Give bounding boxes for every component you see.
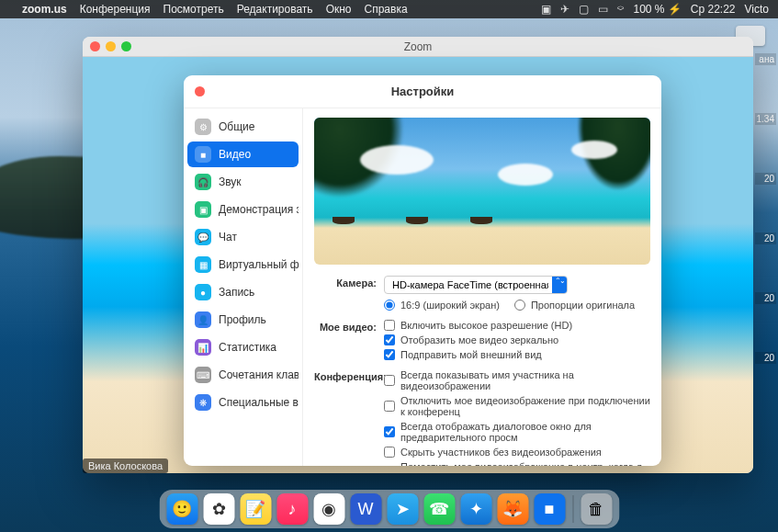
dock-trash[interactable]: 🗑 (581, 493, 612, 525)
menu-view[interactable]: Посмотреть (163, 3, 224, 16)
sidebar-item-0[interactable]: ⚙Общие (187, 114, 299, 140)
zoom-titlebar[interactable]: Zoom (83, 37, 753, 57)
zoom-title: Zoom (404, 40, 433, 53)
menubar-wifi-icon[interactable]: ⌔ (617, 3, 624, 16)
sidebar-icon: 📊 (195, 339, 211, 356)
sidebar-item-8[interactable]: 📊Статистика (187, 334, 299, 360)
menu-window[interactable]: Окно (326, 3, 352, 16)
menubar-user[interactable]: Victo (745, 3, 769, 16)
settings-title: Настройки (391, 85, 455, 98)
sidebar-item-5[interactable]: ▦Виртуальный фон (187, 252, 299, 277)
edge-overflow: ана 1.34 20 20 20 20 (753, 51, 778, 413)
dock-separator (572, 495, 573, 523)
dock-music[interactable]: ♪ (276, 493, 308, 525)
opt-spotlight-self[interactable]: Поместить мое видеоизображение в центр, … (384, 461, 650, 466)
dock-telegram[interactable]: ➤ (387, 493, 418, 525)
dock-word[interactable]: W (350, 493, 381, 525)
settings-window: Настройки ⚙Общие■Видео🎧Звук▣Демонстрация… (184, 75, 661, 466)
dock-whatsapp[interactable]: ☎ (423, 493, 455, 525)
fullscreen-icon[interactable] (121, 41, 131, 51)
sidebar-item-4[interactable]: 💬Чат (187, 224, 299, 250)
camera-preview (314, 118, 650, 265)
opt-disable-video-join[interactable]: Отключить мое видеоизображение при подкл… (384, 395, 650, 417)
macos-menubar: zoom.us Конференция Посмотреть Редактиро… (0, 0, 778, 18)
dock-chrome[interactable]: ◉ (313, 493, 344, 525)
participant-name-overlay: Вика Колоскова (83, 458, 168, 473)
sidebar-item-10[interactable]: ❋Специальные возм… (187, 390, 299, 415)
sidebar-item-label: Общие (219, 120, 254, 133)
sidebar-item-2[interactable]: 🎧Звук (187, 169, 299, 195)
menubar-battery[interactable]: 100 % ⚡ (633, 3, 681, 16)
opt-mirror[interactable]: Отобразить мое видео зеркально (384, 334, 650, 345)
menu-help[interactable]: Справка (365, 3, 408, 16)
settings-titlebar[interactable]: Настройки (184, 75, 661, 108)
settings-close-icon[interactable] (195, 86, 205, 96)
camera-label: Камера: (314, 276, 384, 289)
dock-finder[interactable]: 🙂 (166, 493, 197, 525)
opt-touchup[interactable]: Подправить мой внешний вид (384, 349, 650, 360)
camera-select[interactable]: HD-камера FaceTime (встроенная) (384, 276, 568, 294)
sidebar-item-6[interactable]: ●Запись (187, 279, 299, 305)
opt-hide-nonvideo[interactable]: Скрыть участников без видеоизображения (384, 447, 650, 458)
sidebar-item-label: Чат (219, 231, 237, 243)
sidebar-icon: ⚙ (195, 119, 211, 135)
aspect-16-9[interactable]: 16:9 (широкий экран) (384, 300, 500, 311)
opt-hd[interactable]: Включить высокое разрешение (HD) (384, 320, 650, 331)
sidebar-icon: 🎧 (195, 174, 211, 190)
sidebar-icon: ● (195, 284, 211, 300)
sidebar-item-9[interactable]: ⌨Сочетания клавиш (187, 362, 299, 388)
sidebar-icon: ⌨ (195, 367, 211, 383)
sidebar-item-7[interactable]: 👤Профиль (187, 307, 299, 333)
sidebar-item-1[interactable]: ■Видео (187, 141, 299, 167)
sidebar-item-label: Видео (219, 148, 251, 161)
sidebar-icon: 💬 (195, 229, 211, 245)
sidebar-item-label: Звук (219, 175, 242, 188)
sidebar-icon: ■ (195, 146, 211, 163)
app-menu[interactable]: zoom.us (22, 3, 67, 16)
dock: 🙂✿📝♪◉W➤☎✦🦊■🗑 (159, 490, 619, 528)
opt-show-name[interactable]: Всегда показывать имя участника на видео… (384, 369, 650, 391)
traffic-lights[interactable] (90, 41, 131, 51)
conference-label: Конференция: (314, 369, 384, 382)
close-icon[interactable] (90, 41, 100, 51)
dock-firefox[interactable]: 🦊 (497, 493, 528, 525)
sidebar-icon: ▣ (195, 201, 211, 218)
sidebar-item-label: Демонстрация экр… (219, 203, 299, 216)
sidebar-item-label: Запись (219, 286, 254, 299)
sidebar-icon: 👤 (195, 311, 211, 328)
menubar-display-icon[interactable]: ▢ (579, 3, 589, 16)
menubar-airplay-icon[interactable]: ▭ (598, 3, 608, 16)
sidebar-item-label: Профиль (219, 313, 266, 326)
opt-preview-dialog[interactable]: Всегда отображать диалоговое окно для пр… (384, 421, 650, 443)
dock-safari[interactable]: ✦ (460, 493, 491, 525)
sidebar-item-3[interactable]: ▣Демонстрация экр… (187, 197, 299, 222)
menubar-telegram-icon[interactable]: ✈ (560, 3, 569, 16)
sidebar-item-label: Виртуальный фон (219, 258, 299, 271)
menu-edit[interactable]: Редактировать (237, 3, 313, 16)
dock-photos[interactable]: ✿ (203, 493, 234, 525)
sidebar-icon: ▦ (195, 256, 211, 273)
settings-content: Камера: HD-камера FaceTime (встроенная) … (303, 108, 661, 466)
menubar-clock[interactable]: Ср 22:22 (691, 3, 736, 16)
sidebar-item-label: Статистика (219, 341, 276, 354)
aspect-original[interactable]: Пропорции оригинала (514, 300, 635, 311)
sidebar-item-label: Сочетания клавиш (219, 368, 299, 381)
settings-sidebar: ⚙Общие■Видео🎧Звук▣Демонстрация экр…💬Чат▦… (184, 108, 303, 466)
sidebar-item-label: Специальные возм… (219, 396, 299, 409)
dock-notes[interactable]: 📝 (240, 493, 271, 525)
myvideo-label: Мое видео: (314, 320, 384, 333)
minimize-icon[interactable] (106, 41, 116, 51)
dock-zoom[interactable]: ■ (534, 493, 565, 525)
menu-conference[interactable]: Конференция (80, 3, 151, 16)
sidebar-icon: ❋ (195, 394, 211, 411)
menubar-zoom-icon[interactable]: ▣ (541, 3, 551, 16)
